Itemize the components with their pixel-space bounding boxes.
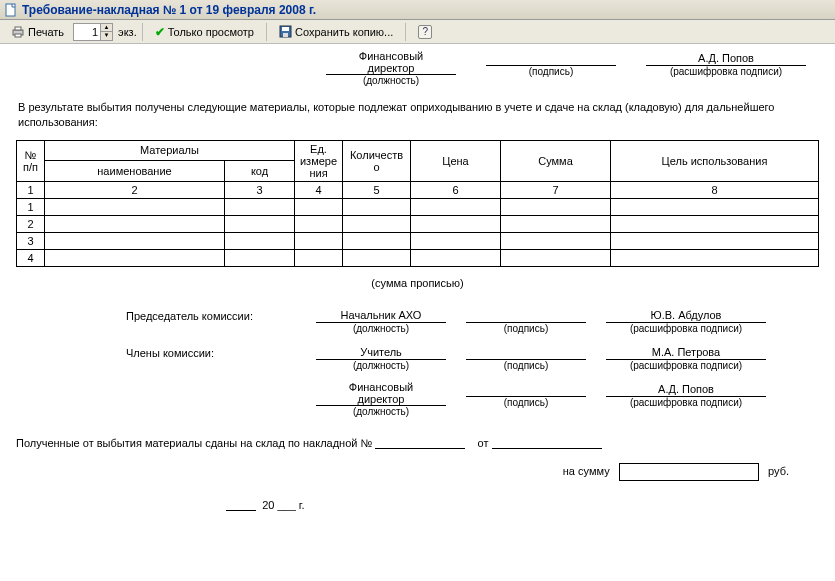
materials-table: № п/п Материалы Ед. измере ния Количеств…	[16, 140, 819, 267]
colnum: 8	[611, 181, 819, 198]
document-body: Финансовый директор (должность) (подпись…	[0, 44, 835, 521]
invoice-number-line	[375, 435, 465, 449]
svg-rect-3	[15, 34, 21, 37]
signature-caption: (подпись)	[486, 66, 616, 77]
colnum: 4	[295, 181, 343, 198]
colnum: 1	[17, 181, 45, 198]
th-npp: № п/п	[17, 140, 45, 181]
toolbar-separator	[266, 23, 267, 41]
view-only-label: Только просмотр	[168, 26, 254, 38]
printer-icon	[11, 26, 25, 38]
toolbar-separator	[405, 23, 406, 41]
commission-block: Председатель комиссии: Начальник АХО (до…	[126, 307, 819, 417]
sum-in-words-caption: (сумма прописью)	[16, 277, 819, 289]
table-row: 2	[17, 215, 819, 232]
table-row: 3	[17, 232, 819, 249]
position-line1: Финансовый	[326, 50, 456, 62]
currency-label: руб.	[768, 465, 789, 477]
copies-input[interactable]	[74, 26, 100, 38]
colnum-row: 1 2 3 4 5 6 7 8	[17, 181, 819, 198]
th-sum: Сумма	[501, 140, 611, 181]
intro-paragraph: В результате выбытия получены следующие …	[18, 100, 817, 130]
position-line2: директор	[326, 62, 456, 75]
save-icon	[279, 25, 292, 38]
delivered-text: Полученные от выбытия материалы сданы на…	[16, 437, 372, 449]
commission-name: А.Д. Попов	[606, 383, 766, 395]
print-button[interactable]: Печать	[4, 22, 71, 42]
window-title: Требование-накладная № 1 от 19 февраля 2…	[22, 3, 316, 17]
commission-name: М.А. Петрова	[606, 346, 766, 358]
approver-name: А.Д. Попов	[646, 52, 806, 64]
toolbar-separator	[142, 23, 143, 41]
spinner-up[interactable]: ▲	[100, 24, 112, 32]
th-qty: Количеств о	[343, 140, 411, 181]
help-button[interactable]: ?	[411, 22, 439, 42]
th-unit: Ед. измере ния	[295, 140, 343, 181]
from-line	[492, 435, 602, 449]
delivered-block: Полученные от выбытия материалы сданы на…	[16, 435, 819, 511]
copies-spinner[interactable]: ▲ ▼	[73, 23, 113, 41]
table-row: 1	[17, 198, 819, 215]
position-caption: (должность)	[326, 75, 456, 86]
window-titlebar: Требование-накладная № 1 от 19 февраля 2…	[0, 0, 835, 20]
commission-members-label: Члены комиссии:	[126, 344, 296, 371]
help-icon: ?	[418, 25, 432, 39]
th-materials-name: наименование	[45, 161, 225, 182]
colnum: 6	[411, 181, 501, 198]
signature-line	[486, 50, 616, 66]
commission-chair-label: Председатель комиссии:	[126, 307, 296, 334]
svg-rect-2	[15, 27, 21, 30]
toolbar: Печать ▲ ▼ экз. ✔ Только просмотр Сохран…	[0, 20, 835, 44]
commission-position: Учитель	[316, 346, 446, 358]
commission-name: Ю.В. Абдулов	[606, 309, 766, 321]
svg-rect-5	[282, 27, 289, 31]
print-label: Печать	[28, 26, 64, 38]
name-line: А.Д. Попов	[646, 50, 806, 66]
svg-rect-6	[283, 33, 288, 37]
save-copy-label: Сохранить копию...	[295, 26, 393, 38]
save-copy-button[interactable]: Сохранить копию...	[272, 22, 400, 42]
amount-box	[619, 463, 759, 481]
table-row: 4	[17, 249, 819, 266]
commission-position-l1: Финансовый	[316, 381, 446, 393]
checkmark-icon: ✔	[155, 25, 165, 39]
top-signature-row: Финансовый директор (должность) (подпись…	[326, 50, 819, 86]
svg-rect-0	[6, 4, 15, 16]
th-price: Цена	[411, 140, 501, 181]
copies-unit: экз.	[118, 26, 137, 38]
colnum: 5	[343, 181, 411, 198]
document-icon	[4, 3, 18, 17]
commission-position: Начальник АХО	[316, 309, 446, 321]
colnum: 2	[45, 181, 225, 198]
th-materials: Материалы	[45, 140, 295, 161]
name-caption: (расшифровка подписи)	[646, 66, 806, 77]
spinner-down[interactable]: ▼	[100, 32, 112, 40]
th-purpose: Цель использования	[611, 140, 819, 181]
year-suffix: 20 ___ г.	[262, 499, 304, 511]
th-materials-code: код	[225, 161, 295, 182]
commission-position-l2: директор	[316, 393, 446, 406]
colnum: 3	[225, 181, 295, 198]
colnum: 7	[501, 181, 611, 198]
from-label: от	[478, 437, 489, 449]
sum-label: на сумму	[563, 465, 610, 477]
view-only-toggle[interactable]: ✔ Только просмотр	[148, 22, 261, 42]
